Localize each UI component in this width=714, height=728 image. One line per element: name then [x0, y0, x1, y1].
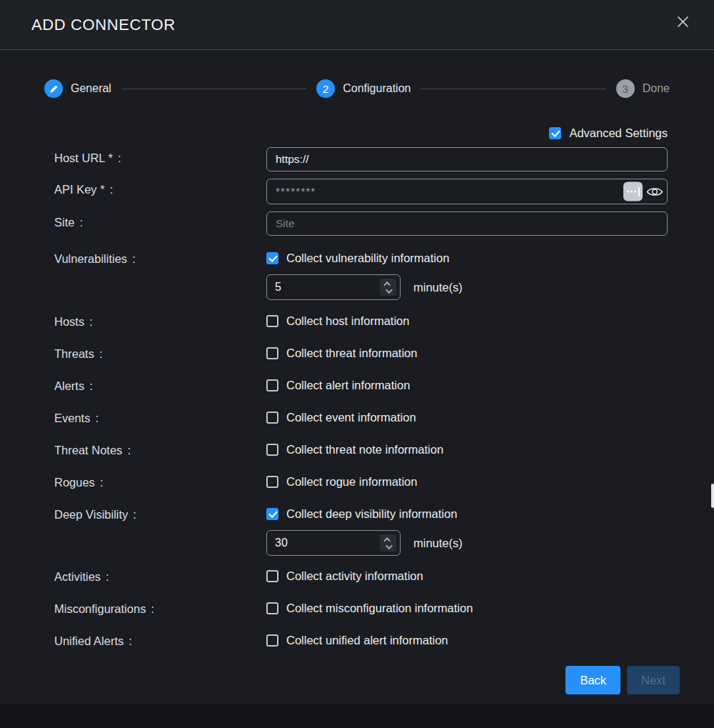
- deep-visibility-row: Deep Visibility: Collect deep visibility…: [54, 507, 668, 556]
- host-url-input[interactable]: [266, 147, 668, 171]
- misconfigurations-row: Misconfigurations: Collect misconfigurat…: [54, 602, 668, 619]
- interval-unit-label: minute(s): [413, 281, 463, 294]
- spinner-up-down-icons[interactable]: [380, 534, 396, 552]
- step-configuration-label: Configuration: [343, 82, 411, 95]
- checkbox-unchecked-icon[interactable]: [266, 570, 278, 582]
- stepper-connector-line: [421, 89, 605, 89]
- checkbox-checked-icon[interactable]: [549, 127, 561, 139]
- step-configuration[interactable]: 2 Configuration: [316, 79, 411, 98]
- checkbox-unchecked-icon[interactable]: [266, 315, 278, 327]
- misconfigurations-label: Misconfigurations: [54, 602, 146, 615]
- eye-icon[interactable]: [646, 186, 663, 197]
- collect-threat-note-checkbox[interactable]: Collect threat note information: [266, 443, 443, 457]
- ellipsis-icon[interactable]: [623, 182, 643, 201]
- close-icon: [677, 16, 689, 28]
- collect-deep-visibility-checkbox[interactable]: Collect deep visibility information: [266, 507, 668, 521]
- checkbox-unchecked-icon[interactable]: [266, 347, 278, 359]
- collect-event-checkbox[interactable]: Collect event information: [266, 411, 416, 424]
- step-general-circle: [44, 79, 63, 98]
- step-configuration-circle: 2: [316, 79, 335, 98]
- dialog-title: ADD CONNECTOR: [31, 16, 176, 34]
- vertical-scrollbar-thumb[interactable]: [711, 484, 714, 508]
- checkbox-checked-icon[interactable]: [266, 508, 278, 520]
- api-key-label: API Key *: [54, 183, 105, 196]
- collect-rogue-checkbox[interactable]: Collect rogue information: [266, 475, 417, 489]
- collect-activity-checkbox[interactable]: Collect activity information: [266, 569, 423, 583]
- collect-threat-checkbox[interactable]: Collect threat information: [266, 346, 417, 360]
- advanced-settings-row: Advanced Settings: [0, 124, 714, 141]
- api-key-input[interactable]: [266, 179, 668, 204]
- close-button[interactable]: [674, 13, 691, 30]
- events-row: Events: Collect event information: [54, 411, 668, 428]
- collect-host-checkbox[interactable]: Collect host information: [266, 314, 409, 328]
- advanced-settings-label: Advanced Settings: [569, 126, 668, 140]
- checkbox-unchecked-icon[interactable]: [266, 412, 278, 424]
- vulnerabilities-label: Vulnerabilities: [54, 252, 127, 265]
- hosts-row: Hosts: Collect host information: [54, 314, 668, 331]
- vulnerabilities-row: Vulnerabilities: Collect vulnerability i…: [54, 251, 668, 300]
- collect-alert-checkbox[interactable]: Collect alert information: [266, 379, 410, 392]
- rogues-row: Rogues: Collect rogue information: [54, 475, 668, 492]
- unified-alerts-row: Unified Alerts: Collect unified alert in…: [54, 634, 668, 651]
- host-url-label: Host URL *: [54, 151, 113, 164]
- rogues-label: Rogues: [54, 476, 95, 489]
- unified-alerts-label: Unified Alerts: [54, 634, 124, 647]
- events-label: Events: [54, 412, 90, 424]
- activities-row: Activities: Collect activity information: [54, 569, 668, 587]
- threats-label: Threats: [54, 347, 94, 360]
- threat-notes-label: Threat Notes: [54, 444, 122, 457]
- connector-config-form: Host URL *: API Key *:: [0, 147, 714, 651]
- site-input[interactable]: [266, 211, 668, 236]
- collect-unified-alert-checkbox[interactable]: Collect unified alert information: [266, 634, 448, 647]
- stepper-connector-line: [121, 89, 306, 89]
- collect-misconfiguration-checkbox[interactable]: Collect misconfiguration information: [266, 602, 473, 615]
- deep-visibility-label: Deep Visibility: [54, 508, 128, 521]
- wizard-stepper: General 2 Configuration 3 Done: [0, 79, 714, 98]
- checkbox-unchecked-icon[interactable]: [266, 476, 278, 488]
- step-done-circle: 3: [616, 79, 635, 98]
- next-button[interactable]: Next: [627, 666, 680, 694]
- advanced-settings-checkbox[interactable]: Advanced Settings: [549, 126, 668, 140]
- interval-unit-label: minute(s): [413, 537, 463, 550]
- deep-visibility-interval-field: [266, 530, 401, 556]
- vulnerability-interval-field: [266, 274, 401, 300]
- step-general-label: General: [71, 82, 111, 95]
- step-general[interactable]: General: [44, 79, 111, 98]
- back-button[interactable]: Back: [565, 666, 620, 694]
- step-done: 3 Done: [616, 79, 670, 98]
- host-url-row: Host URL *:: [54, 147, 668, 171]
- activities-label: Activities: [54, 570, 101, 583]
- pencil-icon: [49, 84, 59, 94]
- hosts-label: Hosts: [54, 315, 84, 328]
- alerts-row: Alerts: Collect alert information: [54, 379, 668, 396]
- dialog-footer: Back Next: [0, 666, 714, 694]
- checkbox-unchecked-icon[interactable]: [266, 379, 278, 392]
- add-connector-dialog: ADD CONNECTOR General 2 Configuration 3: [0, 0, 714, 704]
- checkbox-unchecked-icon[interactable]: [266, 444, 278, 456]
- checkbox-unchecked-icon[interactable]: [266, 634, 278, 647]
- checkbox-checked-icon[interactable]: [266, 252, 278, 264]
- alerts-label: Alerts: [54, 379, 84, 392]
- site-label: Site: [54, 216, 74, 229]
- site-row: Site:: [54, 211, 668, 236]
- api-key-row: API Key *:: [54, 179, 668, 204]
- checkbox-unchecked-icon[interactable]: [266, 602, 278, 614]
- threat-notes-row: Threat Notes: Collect threat note inform…: [54, 443, 668, 460]
- threats-row: Threats: Collect threat information: [54, 346, 668, 364]
- step-done-label: Done: [643, 82, 670, 95]
- dialog-header: ADD CONNECTOR: [0, 0, 714, 50]
- spinner-up-down-icons[interactable]: [380, 279, 396, 296]
- collect-vulnerability-checkbox[interactable]: Collect vulnerability information: [266, 251, 668, 265]
